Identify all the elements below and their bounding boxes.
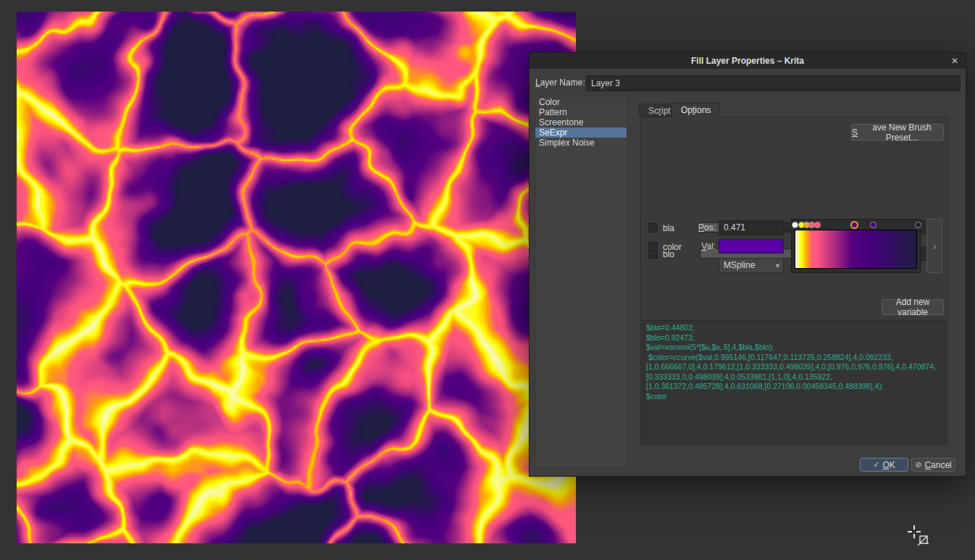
list-item-seexpr[interactable]: SeExpr (535, 128, 627, 138)
interpolation-value: MSpline (724, 260, 755, 270)
cancel-button[interactable]: ⊘ Cancel (911, 458, 955, 472)
save-new-brush-preset-button[interactable]: Save New Brush Preset... (851, 124, 944, 141)
gradient-stop-handle[interactable] (850, 221, 858, 229)
krita-window: Fill Layer Properties – Krita ✕ Layer Na… (0, 0, 975, 560)
transform-tool-icon (917, 534, 930, 547)
color-value-swatch[interactable] (719, 239, 784, 254)
tab-options[interactable]: Options (671, 103, 720, 117)
add-new-variable-button[interactable]: Add new variable (882, 299, 944, 315)
gradient-stop-handle[interactable] (814, 222, 821, 228)
gradient-expand-button[interactable]: › (926, 219, 942, 273)
list-item-color[interactable]: Color (535, 97, 627, 107)
gradient-stop-handle[interactable] (792, 222, 798, 228)
list-item-pattern[interactable]: Pattern (535, 107, 627, 117)
chevron-down-icon: ▾ (776, 259, 779, 272)
layer-name-label: Layer Name: (535, 78, 585, 88)
ok-button[interactable]: ✓ OK (860, 458, 908, 472)
color-checkbox[interactable] (648, 242, 658, 251)
gradient-stop-handle[interactable] (915, 222, 921, 228)
layer-name-input[interactable] (586, 75, 961, 91)
ok-label: OK (882, 460, 895, 470)
check-icon: ✓ (873, 460, 879, 469)
dialog-title: Fill Layer Properties – Krita (691, 56, 804, 66)
gradient-stop-handle[interactable] (870, 222, 876, 228)
val-label: Val: (684, 241, 716, 251)
fill-layer-properties-dialog: Fill Layer Properties – Krita ✕ Layer Na… (529, 52, 966, 477)
list-item-screentone[interactable]: Screentone (535, 117, 627, 128)
close-icon[interactable]: ✕ (949, 55, 961, 67)
script-preview-box: $bla=0.44803; $blo=0.92473; $val=voronoi… (643, 320, 946, 443)
options-tab-pane: Save New Brush Preset... bla 0.448 blo 0… (640, 117, 948, 446)
crosshair-cursor (908, 525, 921, 538)
pos-label: Pos: (684, 222, 716, 233)
gradient-preview[interactable] (795, 230, 917, 269)
dialog-titlebar[interactable]: Fill Layer Properties – Krita ✕ (530, 53, 966, 69)
bla-checkbox[interactable] (648, 223, 658, 233)
gradient-stops[interactable] (794, 220, 918, 229)
cancel-label: Cancel (924, 460, 951, 470)
cancel-circle-icon: ⊘ (915, 460, 921, 469)
script-output: $bla=0.44803; $blo=0.92473; $val=voronoi… (646, 323, 942, 401)
canvas-fill-layer-preview[interactable] (17, 12, 576, 543)
list-item-simplex-noise[interactable]: Simplex Noise (535, 138, 627, 148)
pos-input[interactable]: 0.471 (719, 220, 784, 235)
gradient-editor[interactable] (791, 219, 921, 273)
interpolation-dropdown[interactable]: MSpline ▾ (719, 258, 784, 273)
generator-type-list: Color Pattern Screentone SeExpr Simplex … (535, 96, 627, 468)
